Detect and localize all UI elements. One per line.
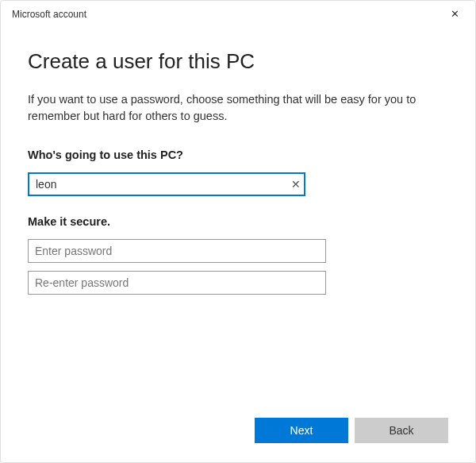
password-confirm-wrap bbox=[28, 271, 326, 295]
clear-icon[interactable]: ✕ bbox=[291, 179, 301, 190]
close-icon[interactable]: ✕ bbox=[446, 7, 464, 21]
username-label: Who's going to use this PC? bbox=[28, 149, 448, 161]
username-input-wrap: ✕ bbox=[28, 172, 305, 196]
page-title: Create a user for this PC bbox=[28, 49, 448, 74]
back-button[interactable]: Back bbox=[355, 418, 448, 443]
footer: Next Back bbox=[255, 418, 448, 443]
next-button[interactable]: Next bbox=[255, 418, 348, 443]
window-title: Microsoft account bbox=[12, 9, 86, 20]
password-input[interactable] bbox=[28, 239, 326, 263]
titlebar: Microsoft account ✕ bbox=[1, 1, 475, 24]
password-label: Make it secure. bbox=[28, 215, 448, 228]
password-confirm-input[interactable] bbox=[28, 271, 326, 295]
dialog-window: Microsoft account ✕ Create a user for th… bbox=[0, 0, 476, 463]
content-area: Create a user for this PC If you want to… bbox=[1, 24, 475, 462]
username-input[interactable] bbox=[28, 172, 305, 196]
page-description: If you want to use a password, choose so… bbox=[28, 91, 448, 125]
password-input-wrap bbox=[28, 239, 326, 263]
